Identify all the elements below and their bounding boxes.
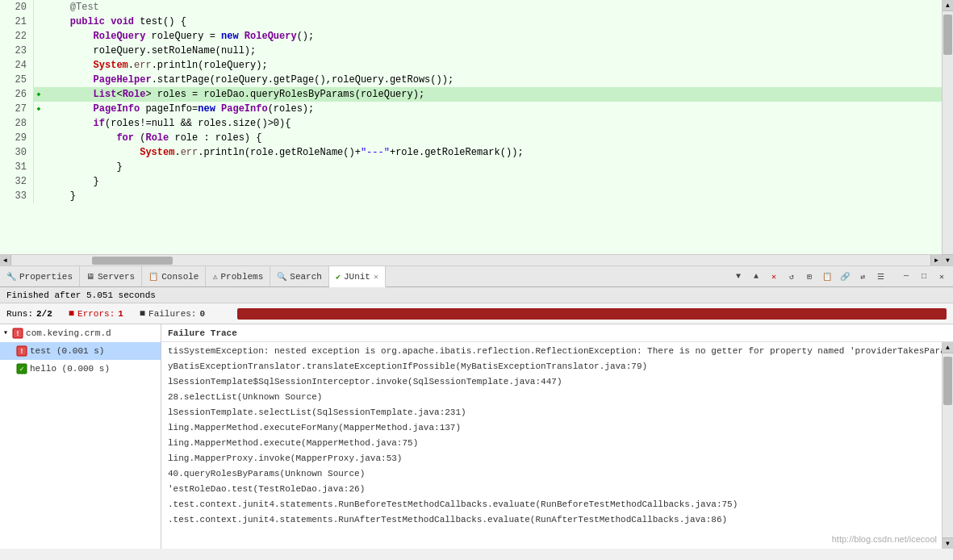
svg-text:!: ! — [15, 330, 19, 338]
tree-item-root[interactable]: ▾!com.keving.crm.d — [0, 324, 161, 342]
line-number: 32 — [0, 174, 34, 189]
tab-properties[interactable]: 🔧 Properties — [0, 266, 80, 286]
tree-item-label: test (0.001 s) — [30, 344, 104, 358]
toolbar-up-arrow[interactable]: ▲ — [748, 269, 764, 285]
toolbar-history[interactable]: 📋 — [819, 269, 835, 285]
line-marker — [34, 116, 44, 131]
toolbar-maximize[interactable]: □ — [916, 269, 932, 285]
tab-bar-actions: ▼ ▲ ✕ ↺ ⊞ 📋 🔗 ⇄ ☰ ─ □ ✕ — [730, 266, 950, 286]
trace-line-0: tisSystemException: nested exception is … — [161, 344, 942, 359]
h-scrollbar-thumb[interactable] — [92, 257, 173, 265]
line-code: public void test() { — [44, 15, 942, 29]
scroll-left-arrow[interactable]: ◄ — [0, 255, 11, 266]
line-marker — [34, 58, 44, 73]
horizontal-scrollbar[interactable]: ◄ ► — [0, 254, 942, 265]
tab-servers[interactable]: 🖥 Servers — [80, 266, 142, 286]
line-code: PageHelper.startPage(roleQuery.getPage()… — [44, 73, 942, 87]
line-marker — [34, 189, 44, 203]
runs-value: 2/2 — [36, 309, 52, 319]
line-number: 23 — [0, 44, 34, 58]
code-line-27: 27◆ PageInfo pageInfo=new PageInfo(roles… — [0, 102, 942, 116]
tree-item-hello[interactable]: ✓hello (0.000 s) — [0, 360, 161, 378]
line-code: roleQuery.setRoleName(null); — [44, 44, 942, 58]
line-code: System.err.println(roleQuery); — [44, 58, 942, 73]
line-code: } — [44, 174, 942, 189]
failures-label: Failures: — [148, 309, 196, 319]
tab-bar: 🔧 Properties 🖥 Servers 📋 Console ⚠ Probl… — [0, 266, 953, 287]
runs-label: Runs: — [6, 309, 33, 319]
scrollbar-track[interactable] — [943, 11, 953, 254]
tab-problems-label: Problems — [220, 272, 263, 282]
trace-thumb[interactable] — [943, 357, 952, 405]
line-marker — [34, 15, 44, 29]
toolbar-rerun[interactable]: ↺ — [784, 269, 800, 285]
line-number: 25 — [0, 73, 34, 87]
trace-lines[interactable]: tisSystemException: nested exception is … — [161, 342, 942, 549]
search-icon: 🔍 — [277, 272, 286, 282]
line-marker — [34, 145, 44, 160]
stats-row: Runs: 2/2 ■ Errors: 1 ■ Failures: 0 — [0, 303, 953, 324]
code-line-26: 26◆ List<Role> roles = roleDao.queryRole… — [0, 87, 942, 102]
code-scrollbar[interactable]: ▲ ▼ — [942, 0, 953, 265]
trace-line-5: ling.MapperMethod.executeForMany(MapperM… — [161, 420, 942, 436]
tree-item-icon: ! — [12, 328, 23, 339]
toolbar-down-arrow[interactable]: ▼ — [730, 269, 746, 285]
line-number: 30 — [0, 145, 34, 160]
code-line-30: 30 System.err.println(role.getRoleName()… — [0, 145, 942, 160]
tree-item-test[interactable]: !test (0.001 s) — [0, 342, 161, 360]
line-marker — [34, 160, 44, 174]
tab-junit-close[interactable]: ✕ — [374, 272, 378, 282]
trace-line-10: .test.context.junit4.statements.RunBefor… — [161, 497, 942, 512]
trace-track[interactable] — [943, 353, 953, 537]
toolbar-stop[interactable]: ✕ — [766, 269, 782, 285]
code-line-32: 32 } — [0, 174, 942, 189]
trace-line-6: ling.MapperMethod.execute(MapperMethod.j… — [161, 436, 942, 451]
trace-content-wrapper: tisSystemException: nested exception is … — [161, 342, 953, 549]
failure-icon: ■ — [140, 308, 145, 320]
bottom-panel: 🔧 Properties 🖥 Servers 📋 Console ⚠ Probl… — [0, 266, 953, 549]
error-icon: ■ — [69, 308, 74, 320]
scroll-right-arrow[interactable]: ► — [930, 255, 942, 266]
tab-problems[interactable]: ⚠ Problems — [206, 266, 270, 286]
trace-line-4: lSessionTemplate.selectList(SqlSessionTe… — [161, 405, 942, 420]
status-bar: Finished after 5.051 seconds — [0, 287, 953, 303]
line-code: } — [44, 160, 942, 174]
toolbar-settings[interactable]: ☰ — [872, 269, 888, 285]
tab-search[interactable]: 🔍 Search — [270, 266, 329, 286]
line-number: 24 — [0, 58, 34, 73]
line-code: System.err.println(role.getRoleName()+"-… — [44, 145, 942, 160]
line-code: for (Role role : roles) { — [44, 131, 942, 145]
line-number: 20 — [0, 0, 34, 15]
toolbar-close-panel[interactable]: ✕ — [934, 269, 950, 285]
code-line-25: 25 PageHelper.startPage(roleQuery.getPag… — [0, 73, 942, 87]
test-content: ▾!com.keving.crm.d!test (0.001 s)✓hello … — [0, 324, 953, 549]
code-line-24: 24 System.err.println(roleQuery); — [0, 58, 942, 73]
failures-value: 0 — [199, 309, 205, 319]
toolbar-link[interactable]: 🔗 — [837, 269, 853, 285]
line-code: PageInfo pageInfo=new PageInfo(roles); — [44, 102, 942, 116]
errors-label: Errors: — [77, 309, 115, 319]
code-line-33: 33 } — [0, 189, 942, 203]
line-marker — [34, 0, 44, 15]
line-number: 22 — [0, 29, 34, 44]
tab-junit[interactable]: ✔ JUnit ✕ — [329, 266, 386, 287]
toolbar-compare[interactable]: ⇄ — [855, 269, 871, 285]
tree-expand-icon[interactable]: ▾ — [3, 326, 8, 341]
trace-scrollbar[interactable]: ▲ ▼ — [942, 342, 953, 549]
scroll-down-arrow[interactable]: ▼ — [943, 254, 953, 265]
line-code: List<Role> roles = roleDao.queryRolesByP… — [44, 87, 942, 102]
tab-console[interactable]: 📋 Console — [142, 266, 206, 286]
tab-properties-label: Properties — [19, 272, 73, 282]
tab-junit-label: JUnit — [344, 272, 370, 282]
trace-scroll-down[interactable]: ▼ — [943, 537, 953, 549]
tree-item-icon: ! — [16, 345, 27, 357]
line-marker — [34, 73, 44, 87]
toolbar-filter[interactable]: ⊞ — [801, 269, 817, 285]
scroll-up-arrow[interactable]: ▲ — [943, 0, 953, 11]
scrollbar-thumb[interactable] — [943, 15, 952, 55]
code-line-28: 28 if(roles!=null && roles.size()>0){ — [0, 116, 942, 131]
line-number: 33 — [0, 189, 34, 203]
trace-scroll-up[interactable]: ▲ — [943, 342, 953, 353]
trace-line-7: ling.MapperProxy.invoke(MapperProxy.java… — [161, 451, 942, 466]
toolbar-minimize[interactable]: ─ — [898, 269, 914, 285]
